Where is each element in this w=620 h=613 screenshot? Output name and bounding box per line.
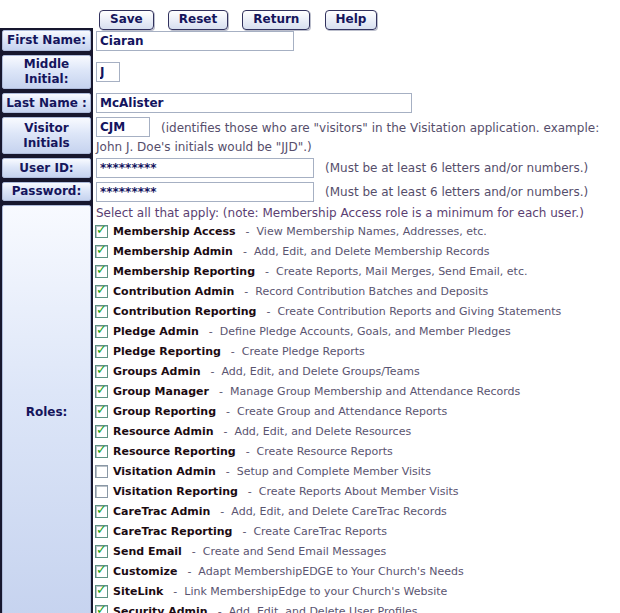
role-description: Create Reports, Mail Merges, Send Email,… (276, 265, 527, 278)
role-checkbox[interactable]: ✓ (95, 565, 108, 578)
label-column: Password: (0, 180, 93, 203)
role-checkbox[interactable] (95, 485, 108, 498)
save-button[interactable]: Save (99, 10, 154, 30)
role-description: Setup and Complete Member Visits (237, 465, 431, 478)
role-description: Record Contribution Batches and Deposits (255, 285, 488, 298)
role-description: Add, Edit, and Delete Groups/Teams (222, 365, 420, 378)
role-row: ✓ Groups Admin - Add, Edit, and Delete G… (95, 361, 620, 381)
role-row: Visitation Admin - Setup and Complete Me… (95, 461, 620, 481)
user-profile-form: First Name: Middle Initial: Last Name : … (0, 28, 620, 613)
role-row: ✓ Membership Admin - Add, Edit, and Dele… (95, 241, 620, 261)
first-name-row: First Name: (0, 28, 620, 53)
role-separator: - (248, 485, 252, 498)
role-name: Membership Admin (113, 245, 233, 258)
role-name: Group Manager (113, 385, 209, 398)
check-icon: ✓ (96, 402, 109, 417)
check-icon: ✓ (96, 282, 109, 297)
role-row: ✓ Contribution Admin - Record Contributi… (95, 281, 620, 301)
visitor-initials-input[interactable] (96, 117, 150, 137)
role-checkbox[interactable]: ✓ (95, 385, 108, 398)
role-description: Create Resource Reports (257, 445, 393, 458)
role-checkbox[interactable]: ✓ (95, 345, 108, 358)
role-separator: - (209, 325, 213, 338)
role-checkbox[interactable]: ✓ (95, 265, 108, 278)
roles-label: Roles: (2, 205, 91, 613)
check-icon: ✓ (96, 442, 109, 457)
check-icon: ✓ (96, 602, 109, 613)
role-name: Security Admin (113, 605, 208, 613)
role-description: Create Contribution Reports and Giving S… (277, 305, 561, 318)
role-checkbox[interactable]: ✓ (95, 225, 108, 238)
role-description: Define Pledge Accounts, Goals, and Membe… (220, 325, 511, 338)
first-name-input[interactable] (96, 31, 294, 51)
role-checkbox[interactable]: ✓ (95, 245, 108, 258)
check-icon: ✓ (96, 542, 109, 557)
roles-row: Roles: Select all that apply: (note: Mem… (0, 203, 620, 613)
visitor-initials-label: Visitor Initials (2, 117, 91, 154)
middle-initial-input[interactable] (96, 62, 120, 82)
role-checkbox[interactable]: ✓ (95, 365, 108, 378)
role-checkbox[interactable]: ✓ (95, 525, 108, 538)
role-name: Contribution Reporting (113, 305, 256, 318)
label-column: Last Name : (0, 91, 93, 115)
role-description: Manage Group Membership and Attendance R… (230, 385, 520, 398)
role-checkbox[interactable]: ✓ (95, 285, 108, 298)
return-button[interactable]: Return (242, 10, 310, 30)
user-id-input[interactable] (96, 158, 314, 178)
role-name: Send Email (113, 545, 182, 558)
role-checkbox[interactable] (95, 465, 108, 478)
role-checkbox[interactable]: ✓ (95, 505, 108, 518)
role-row: Visitation Reporting - Create Reports Ab… (95, 481, 620, 501)
role-separator: - (224, 425, 228, 438)
role-checkbox[interactable]: ✓ (95, 445, 108, 458)
last-name-label: Last Name : (2, 93, 91, 113)
role-checkbox[interactable]: ✓ (95, 425, 108, 438)
last-name-input[interactable] (96, 93, 412, 113)
role-row: ✓ Resource Reporting - Create Resource R… (95, 441, 620, 461)
role-checkbox[interactable]: ✓ (95, 605, 108, 613)
role-row: ✓ Contribution Reporting - Create Contri… (95, 301, 620, 321)
role-separator: - (246, 225, 250, 238)
role-name: Groups Admin (113, 365, 201, 378)
role-checkbox[interactable]: ✓ (95, 325, 108, 338)
last-name-row: Last Name : (0, 91, 620, 115)
check-icon: ✓ (96, 522, 109, 537)
password-note: (Must be at least 6 letters and/or numbe… (325, 185, 588, 199)
middle-initial-row: Middle Initial: (0, 53, 620, 91)
role-checkbox[interactable]: ✓ (95, 545, 108, 558)
role-separator: - (231, 345, 235, 358)
role-separator: - (220, 505, 224, 518)
role-separator: - (187, 565, 191, 578)
role-separator: - (211, 365, 215, 378)
toolbar: Save Reset Return Help (0, 0, 620, 28)
role-separator: - (244, 285, 248, 298)
role-checkbox[interactable]: ✓ (95, 585, 108, 598)
check-icon: ✓ (96, 242, 109, 257)
role-name: Resource Admin (113, 425, 214, 438)
role-name: Contribution Admin (113, 285, 234, 298)
user-id-row: User ID: (Must be at least 6 letters and… (0, 156, 620, 180)
role-checkbox[interactable]: ✓ (95, 305, 108, 318)
role-row: ✓ SiteLink - Link MembershipEdge to your… (95, 581, 620, 601)
role-description: Create Reports About Member Visits (259, 485, 459, 498)
role-name: Membership Access (113, 225, 236, 238)
role-name: Visitation Reporting (113, 485, 238, 498)
label-column: Middle Initial: (0, 53, 93, 91)
role-name: Pledge Admin (113, 325, 199, 338)
role-checkbox[interactable]: ✓ (95, 405, 108, 418)
password-input[interactable] (96, 182, 314, 202)
role-description: Add, Edit, and Delete CareTrac Records (231, 505, 447, 518)
role-row: ✓ Pledge Admin - Define Pledge Accounts,… (95, 321, 620, 341)
role-row: ✓ Send Email - Create and Send Email Mes… (95, 541, 620, 561)
reset-button[interactable]: Reset (168, 10, 228, 30)
role-name: Visitation Admin (113, 465, 216, 478)
help-button[interactable]: Help (325, 10, 378, 30)
first-name-label: First Name: (2, 30, 91, 51)
role-description: Adapt MembershipEDGE to Your Church's Ne… (198, 565, 463, 578)
role-row: ✓ Resource Admin - Add, Edit, and Delete… (95, 421, 620, 441)
user-id-note: (Must be at least 6 letters and/or numbe… (325, 161, 588, 175)
role-row: ✓ Group Reporting - Create Group and Att… (95, 401, 620, 421)
role-description: Create Group and Attendance Reports (237, 405, 447, 418)
role-description: View Membership Names, Addresses, etc. (257, 225, 487, 238)
role-row: ✓ Pledge Reporting - Create Pledge Repor… (95, 341, 620, 361)
